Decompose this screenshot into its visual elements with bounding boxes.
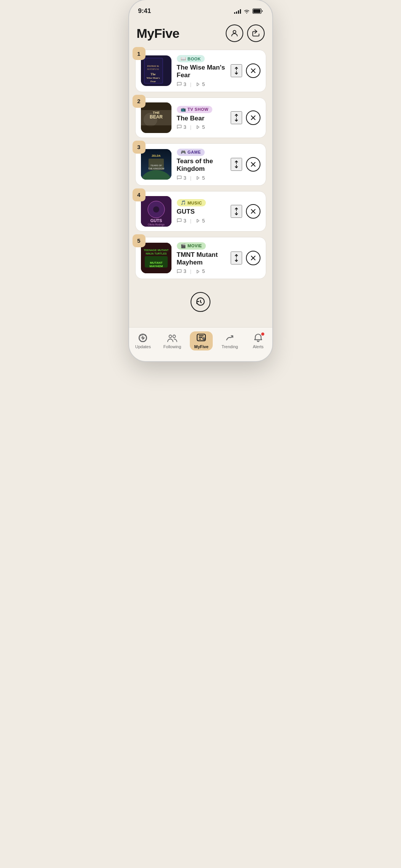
reorder-button-1[interactable] [231,64,242,77]
person-icon [230,29,239,37]
items-list: 1 PATRICK ROTHFUSS The Wise Man's Fear 📖… [135,50,266,279]
x-icon [251,162,256,167]
comments-stat-3: 3 [177,175,186,181]
wave-icon [195,218,200,223]
item-actions-3 [231,157,260,172]
rank-badge-3: 3 [133,141,146,154]
category-icon-1: 📖 [181,56,186,61]
comments-count-1: 3 [184,81,186,87]
reorder-button-3[interactable] [231,158,242,171]
comments-count-4: 3 [184,218,186,224]
waves-stat-4: 5 [195,218,205,224]
reorder-button-2[interactable] [231,111,242,124]
comment-icon [177,269,182,274]
reorder-button-5[interactable] [231,251,242,264]
x-icon [251,209,256,214]
item-stats-2: 3 | 5 [177,124,231,130]
remove-button-2[interactable] [246,110,260,125]
comment-icon [177,175,182,180]
item-title-3: Tears of the Kingdom [177,157,231,173]
svg-point-2 [233,31,236,33]
status-bar: 9:41 [129,0,272,17]
category-label-5: MOVIE [188,243,202,248]
category-icon-2: 📺 [181,107,186,112]
item-cover-3: ZELDA TEARS OF THE KINGDOM [141,149,171,180]
reorder-icon [233,67,240,75]
remove-button-5[interactable] [246,251,260,265]
share-icon [252,29,260,37]
waves-stat-1: 5 [195,81,205,87]
stat-separator-2: | [190,124,191,130]
item-actions-2 [231,110,260,125]
profile-button[interactable] [226,24,243,42]
remove-button-1[interactable] [246,63,260,78]
nav-item-following[interactable]: Following [160,331,185,350]
nav-label-trending: Trending [222,344,238,349]
svg-text:Wise Man's: Wise Man's [146,76,160,79]
category-label-4: MUSIC [188,201,202,205]
history-button-container [135,284,266,323]
nav-item-trending[interactable]: Trending [218,331,242,350]
share-button[interactable] [247,24,265,42]
nav-item-alerts[interactable]: Alerts [247,331,270,350]
item-cover-1: PATRICK ROTHFUSS The Wise Man's Fear [141,55,171,86]
item-title-4: GUTS [177,208,231,216]
nav-item-myfive[interactable]: MyFive [190,331,213,350]
category-label-1: BOOK [188,57,201,61]
nav-item-updates[interactable]: Updates [131,331,155,350]
comments-stat-4: 3 [177,218,186,224]
category-badge-4: 🎵 MUSIC [177,199,206,206]
wave-icon [195,81,200,87]
history-icon [196,297,205,307]
svg-point-66 [169,335,172,338]
alerts-badge [261,332,265,336]
remove-button-4[interactable] [246,204,260,219]
history-button[interactable] [191,292,210,312]
nav-icon-wrap-updates [138,333,148,343]
category-icon-4: 🎵 [181,200,186,205]
svg-text:PATRICK: PATRICK [147,65,159,68]
rank-badge-4: 4 [133,188,146,201]
category-label-3: GAME [188,150,201,154]
svg-text:GUTS: GUTS [150,218,162,223]
category-badge-2: 📺 TV SHOW [177,106,212,113]
waves-count-4: 5 [202,218,205,224]
svg-text:THE KINGDOM: THE KINGDOM [148,167,164,170]
nav-icon-wrap-myfive [196,333,206,343]
status-time: 9:41 [138,7,151,15]
reorder-icon [233,207,240,216]
comments-count-5: 3 [184,268,186,274]
nav-label-updates: Updates [135,344,151,349]
list-item-2: 2 THE BEAR 📺 TV SHOW The Bear [135,97,266,138]
signal-icon [234,8,241,14]
item-cover-5: TEENAGE MUTANT NINJA TURTLES MUTANT MAYH… [141,243,171,273]
category-badge-5: 🎬 MOVIE [177,242,206,250]
status-icons [234,8,263,14]
nav-icon-wrap-trending [225,333,235,343]
stat-separator-5: | [190,268,191,274]
item-info-3: 🎮 GAME Tears of the Kingdom 3 | 5 [177,148,231,181]
reorder-icon [233,160,240,169]
nav-icon-wrap-following [167,333,178,343]
waves-count-2: 5 [202,124,205,130]
waves-stat-3: 5 [195,175,205,181]
waves-stat-5: 5 [195,268,205,274]
item-stats-1: 3 | 5 [177,81,231,87]
svg-text:ROTHFUSS: ROTHFUSS [147,68,159,70]
item-info-4: 🎵 MUSIC GUTS 3 | 5 [177,199,231,223]
waves-stat-2: 5 [195,124,205,130]
category-label-2: TV SHOW [188,107,209,112]
stat-separator-4: | [190,218,191,224]
comment-icon [177,81,182,87]
myfive-icon [196,333,206,343]
remove-button-3[interactable] [246,157,260,172]
svg-text:The: The [150,73,156,76]
item-actions-1 [231,63,260,78]
svg-text:TEENAGE MUTANT: TEENAGE MUTANT [144,249,169,251]
reorder-button-4[interactable] [231,205,242,218]
wave-icon [195,124,200,130]
stat-separator-3: | [190,175,191,181]
svg-text:MAYHEM: MAYHEM [149,264,163,268]
wave-icon [195,269,200,274]
x-icon [251,255,256,261]
